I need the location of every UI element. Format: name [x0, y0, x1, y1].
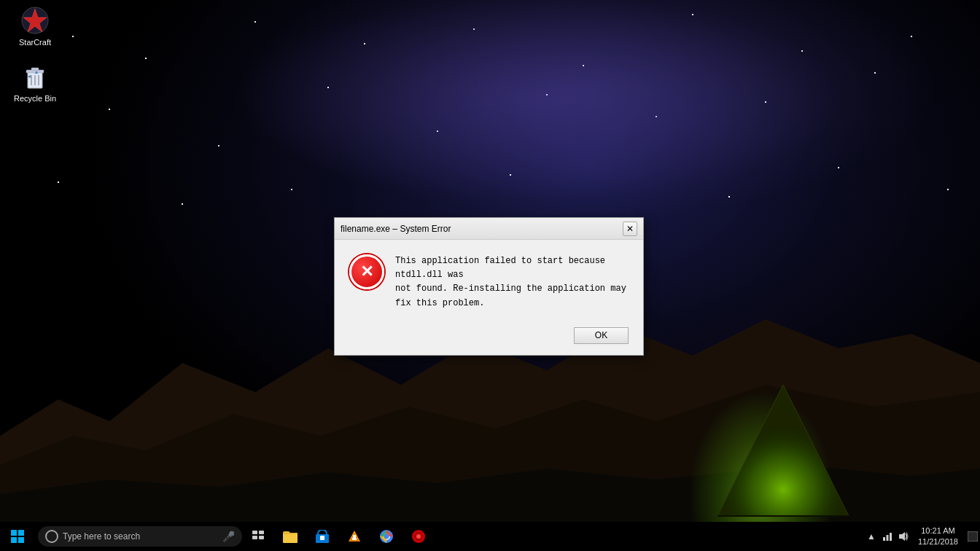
starcraft-icon-image	[20, 6, 50, 35]
system-tray: ▲ 10:21 AM 11/21/2018	[864, 522, 980, 551]
recycle-bin-icon[interactable]: Recycle Bin	[6, 62, 64, 103]
svg-rect-20	[252, 536, 257, 539]
svg-rect-28	[353, 535, 356, 538]
error-icon	[349, 254, 384, 289]
dialog-footer: OK	[335, 321, 643, 355]
svg-rect-18	[252, 531, 257, 534]
network-icon[interactable]	[880, 522, 895, 551]
chrome-icon	[379, 529, 394, 544]
task-view-button[interactable]	[242, 522, 274, 551]
svg-rect-10	[31, 68, 39, 71]
dialog-message: This application failed to start because…	[395, 254, 629, 310]
svg-rect-15	[18, 530, 24, 536]
vlc-button[interactable]	[338, 522, 370, 551]
starcraft-label: StarCraft	[19, 38, 51, 47]
recycle-bin-label: Recycle Bin	[14, 94, 56, 103]
volume-icon[interactable]	[896, 522, 911, 551]
svg-rect-39	[968, 531, 978, 542]
chrome-button[interactable]	[370, 522, 402, 551]
svg-rect-27	[352, 538, 357, 540]
start-button[interactable]	[0, 522, 35, 551]
desktop: StarCraft Recycle Bin filename.exe – Sys…	[0, 0, 980, 551]
file-explorer-icon	[283, 530, 298, 543]
svg-rect-17	[18, 537, 24, 543]
windows-logo-icon	[11, 530, 24, 543]
svg-rect-37	[890, 533, 892, 541]
microphone-icon: 🎤	[222, 531, 235, 542]
volume-svg-icon	[898, 531, 909, 542]
svg-rect-16	[11, 537, 17, 543]
dialog-body: This application failed to start because…	[335, 240, 643, 321]
starcraft-icon[interactable]: StarCraft	[6, 6, 64, 47]
dialog-ok-button[interactable]: OK	[574, 327, 629, 344]
svg-rect-21	[259, 536, 264, 539]
clock[interactable]: 10:21 AM 11/21/2018	[912, 522, 964, 551]
search-circle-icon	[45, 530, 58, 543]
svg-marker-38	[899, 532, 905, 541]
dialog-close-button[interactable]: ✕	[623, 222, 637, 236]
recycle-bin-icon-image	[20, 62, 50, 91]
show-hidden-icons-button[interactable]: ▲	[864, 522, 879, 551]
notification-icon	[968, 531, 978, 542]
svg-rect-35	[883, 537, 885, 541]
svg-rect-14	[11, 530, 17, 536]
svg-rect-24	[320, 536, 324, 540]
clock-date: 11/21/2018	[918, 536, 958, 547]
svg-marker-4	[718, 385, 849, 516]
dialog-title: filename.exe – System Error	[341, 224, 623, 234]
notification-button[interactable]	[965, 522, 980, 551]
task-view-icon	[252, 531, 264, 542]
search-placeholder-text: Type here to search	[63, 531, 140, 542]
clock-time: 10:21 AM	[921, 525, 954, 536]
svg-point-34	[416, 534, 421, 539]
network-svg-icon	[882, 531, 892, 542]
svg-rect-19	[259, 531, 264, 534]
vlc-icon	[348, 530, 361, 543]
tent	[703, 378, 863, 523]
store-icon	[316, 530, 329, 543]
svg-point-31	[384, 534, 389, 539]
search-box[interactable]: Type here to search 🎤	[38, 526, 242, 547]
svg-rect-36	[886, 535, 888, 541]
file-explorer-button[interactable]	[274, 522, 306, 551]
taskbar: Type here to search 🎤	[0, 522, 980, 551]
store-button[interactable]	[306, 522, 338, 551]
svg-rect-22	[283, 533, 298, 543]
app6-icon	[411, 529, 426, 544]
app6-button[interactable]	[402, 522, 435, 551]
dialog-titlebar: filename.exe – System Error ✕	[335, 218, 643, 240]
error-dialog: filename.exe – System Error ✕ This appli…	[334, 217, 644, 356]
